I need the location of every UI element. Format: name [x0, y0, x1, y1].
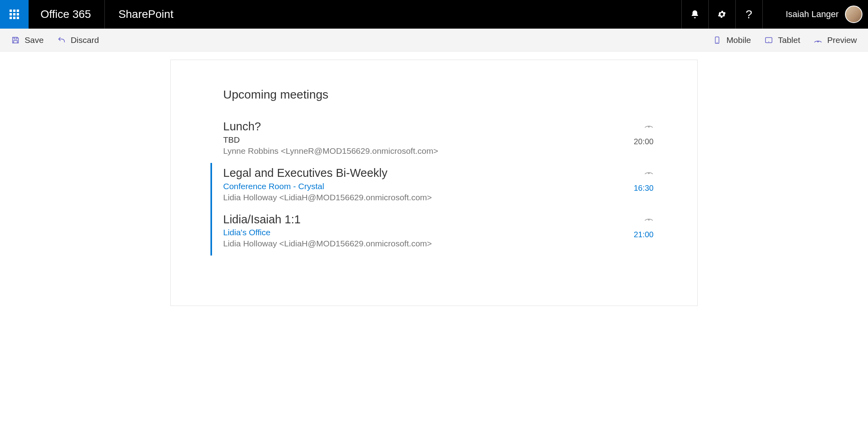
visibility-icon[interactable] — [644, 215, 654, 223]
meeting-location: TBD — [223, 135, 608, 145]
visibility-icon[interactable] — [644, 122, 654, 130]
tablet-view-button[interactable]: Tablet — [764, 35, 800, 45]
save-button[interactable]: Save — [11, 35, 44, 45]
meeting-main: Lidia/Isaiah 1:1Lidia's OfficeLidia Holl… — [223, 213, 608, 249]
mobile-label: Mobile — [726, 35, 751, 45]
meeting-location[interactable]: Lidia's Office — [223, 228, 608, 237]
question-icon: ? — [746, 8, 752, 21]
svg-point-7 — [648, 219, 650, 221]
app-name[interactable]: SharePoint — [105, 0, 187, 29]
svg-point-5 — [648, 126, 650, 128]
app-launcher-button[interactable] — [0, 0, 29, 29]
meeting-main: Legal and Executives Bi-WeeklyConference… — [223, 166, 608, 202]
meeting-title: Lunch? — [223, 120, 608, 134]
page-canvas: Upcoming meetings Lunch?TBDLynne Robbins… — [170, 60, 698, 306]
meeting-title: Lidia/Isaiah 1:1 — [223, 213, 608, 227]
meeting-organizer: Lidia Holloway <LidiaH@MOD156629.onmicro… — [223, 193, 608, 202]
meeting-time: 20:00 — [634, 137, 654, 146]
meeting-item[interactable]: Lidia/Isaiah 1:1Lidia's OfficeLidia Holl… — [210, 209, 654, 256]
meeting-organizer: Lynne Robbins <LynneR@MOD156629.onmicros… — [223, 146, 608, 156]
user-menu[interactable]: Isaiah Langer — [762, 0, 868, 29]
meeting-item[interactable]: Legal and Executives Bi-WeeklyConference… — [210, 163, 654, 209]
svg-point-1 — [717, 42, 718, 43]
meeting-main: Lunch?TBDLynne Robbins <LynneR@MOD156629… — [223, 120, 608, 156]
meeting-organizer: Lidia Holloway <LidiaH@MOD156629.onmicro… — [223, 239, 608, 248]
meeting-time: 16:30 — [634, 184, 654, 193]
avatar — [845, 6, 862, 23]
gear-icon — [717, 10, 727, 19]
svg-point-4 — [817, 41, 819, 42]
meeting-side: 21:00 — [618, 213, 654, 239]
suite-header: Office 365 SharePoint ? Isaiah Langer — [0, 0, 868, 29]
meeting-title: Legal and Executives Bi-Weekly — [223, 166, 608, 180]
user-name: Isaiah Langer — [786, 9, 839, 19]
discard-label: Discard — [71, 35, 99, 45]
meeting-location[interactable]: Conference Room - Crystal — [223, 182, 608, 191]
preview-label: Preview — [827, 35, 857, 45]
undo-icon — [57, 36, 66, 45]
bell-icon — [690, 10, 700, 19]
settings-button[interactable] — [708, 0, 735, 29]
preview-icon — [814, 36, 822, 45]
waffle-icon — [10, 10, 19, 19]
meeting-side: 16:30 — [618, 166, 654, 193]
discard-button[interactable]: Discard — [57, 35, 99, 45]
save-icon — [11, 36, 20, 45]
section-title: Upcoming meetings — [214, 88, 654, 101]
meeting-item[interactable]: Lunch?TBDLynne Robbins <LynneR@MOD156629… — [210, 116, 654, 163]
help-button[interactable]: ? — [735, 0, 762, 29]
meeting-time: 21:00 — [634, 230, 654, 239]
tablet-label: Tablet — [778, 35, 800, 45]
tablet-icon — [764, 36, 773, 45]
meeting-side: 20:00 — [618, 120, 654, 146]
preview-button[interactable]: Preview — [814, 35, 857, 45]
meetings-list: Lunch?TBDLynne Robbins <LynneR@MOD156629… — [214, 116, 654, 256]
svg-point-6 — [648, 172, 650, 174]
mobile-icon — [713, 36, 721, 45]
command-bar: Save Discard Mobile Tablet — [0, 29, 868, 52]
save-label: Save — [25, 35, 44, 45]
mobile-view-button[interactable]: Mobile — [713, 35, 751, 45]
suite-brand[interactable]: Office 365 — [29, 0, 105, 29]
svg-point-3 — [768, 41, 769, 42]
visibility-icon[interactable] — [644, 168, 654, 176]
notifications-button[interactable] — [681, 0, 708, 29]
